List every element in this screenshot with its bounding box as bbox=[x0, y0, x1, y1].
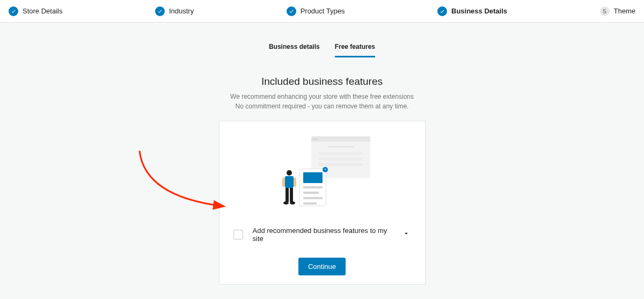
check-icon bbox=[155, 6, 165, 16]
onboarding-tabs: Business details Free features bbox=[0, 43, 644, 57]
svg-point-0 bbox=[287, 170, 292, 176]
onboarding-stepper: Store Details Industry Product Types Bus… bbox=[0, 0, 644, 23]
step-industry[interactable]: Industry bbox=[155, 6, 194, 16]
check-icon bbox=[287, 6, 296, 16]
step-store-details[interactable]: Store Details bbox=[9, 6, 62, 16]
step-label: Theme bbox=[614, 7, 635, 15]
page-subtitle: We recommend enhancing your store with t… bbox=[0, 92, 644, 111]
tab-free-features[interactable]: Free features bbox=[335, 43, 375, 57]
features-checkbox-row: Add recommended business features to my … bbox=[232, 227, 412, 243]
step-product-types[interactable]: Product Types bbox=[287, 6, 345, 16]
chevron-down-icon bbox=[402, 230, 410, 237]
content-area: Included business features We recommend … bbox=[0, 76, 644, 285]
check-icon bbox=[9, 6, 18, 16]
svg-point-6 bbox=[283, 201, 289, 205]
step-label: Industry bbox=[169, 7, 194, 15]
step-theme[interactable]: 5 Theme bbox=[600, 6, 635, 16]
svg-rect-1 bbox=[285, 176, 294, 188]
features-card: + Add recommended business features to bbox=[219, 121, 426, 285]
step-label: Product Types bbox=[301, 7, 345, 15]
step-business-details[interactable]: Business Details bbox=[437, 6, 507, 16]
svg-rect-4 bbox=[286, 188, 289, 202]
step-label: Business Details bbox=[451, 7, 507, 15]
step-number-icon: 5 bbox=[600, 6, 610, 16]
person-icon bbox=[280, 169, 298, 206]
check-icon bbox=[437, 6, 447, 16]
step-label: Store Details bbox=[23, 7, 62, 15]
plus-icon: + bbox=[323, 167, 328, 172]
svg-point-7 bbox=[290, 201, 295, 205]
continue-button[interactable]: Continue bbox=[298, 258, 346, 275]
illustration-document-front: + bbox=[299, 169, 326, 206]
checkbox-label: Add recommended business features to my … bbox=[253, 227, 392, 243]
recommended-features-checkbox[interactable] bbox=[233, 230, 243, 239]
page-title: Included business features bbox=[0, 76, 644, 87]
svg-rect-5 bbox=[290, 188, 293, 202]
expand-features-button[interactable] bbox=[401, 229, 411, 240]
tab-business-details[interactable]: Business details bbox=[269, 43, 320, 57]
svg-rect-3 bbox=[294, 178, 296, 187]
svg-rect-2 bbox=[282, 178, 285, 187]
illustration: + bbox=[274, 136, 370, 206]
